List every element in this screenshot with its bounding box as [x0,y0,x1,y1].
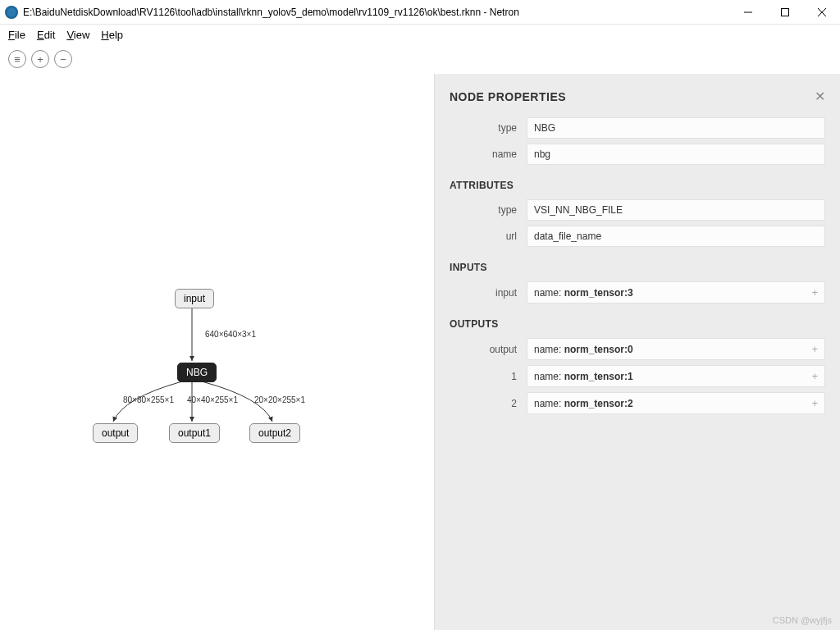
menu-file[interactable]: File [8,29,25,41]
out1-label: 1 [450,371,527,382]
graph-canvas[interactable]: input 640×640×3×1 NBG 80×80×255×1 40×40×… [0,74,434,630]
menu-view[interactable]: View [66,29,89,41]
node-nbg[interactable]: NBG [177,363,217,382]
attr-type-value[interactable]: VSI_NN_NBG_FILE [527,199,825,221]
zoom-in-button[interactable]: + [31,50,49,68]
section-attributes: ATTRIBUTES [450,180,825,191]
edge-label-o1: 40×40×255×1 [187,395,238,404]
list-button[interactable]: ≡ [8,50,26,68]
prop-name-value[interactable]: nbg [527,144,825,165]
node-output2[interactable]: output2 [249,423,300,443]
attr-url-value[interactable]: data_file_name [527,226,825,247]
menu-edit[interactable]: Edit [37,29,55,41]
out2-value[interactable]: name: norm_tensor:2+ [527,392,825,414]
node-output0[interactable]: output [93,423,138,443]
maximize-button[interactable] [766,0,803,25]
edge-label-input: 640×640×3×1 [205,330,256,339]
minimize-button[interactable] [729,0,766,25]
out0-value[interactable]: name: norm_tensor:0+ [527,338,825,360]
edge-label-o0: 80×80×255×1 [123,395,174,404]
menu-help[interactable]: Help [101,29,123,41]
expand-icon[interactable]: + [811,286,818,299]
properties-panel: NODE PROPERTIES ✕ type NBG name nbg ATTR… [434,74,840,630]
section-inputs: INPUTS [450,262,825,273]
toolbar: ≡ + − [0,44,840,74]
attr-type-label: type [450,204,527,216]
titlebar: E:\BaiduNetdiskDownload\RV1126\tool\adb\… [0,0,840,25]
watermark: CSDN @wyjfjs [773,615,832,625]
section-outputs: OUTPUTS [450,318,825,330]
out2-label: 2 [450,398,527,409]
panel-title: NODE PROPERTIES [450,90,566,103]
expand-icon[interactable]: + [811,397,818,409]
menu-bar: File Edit View Help [0,25,840,44]
close-panel-icon[interactable]: ✕ [815,89,825,104]
prop-type-label: type [450,122,527,134]
input-value[interactable]: name: norm_tensor:3+ [527,281,825,304]
prop-name-label: name [450,148,527,160]
close-button[interactable] [803,0,840,25]
input-label: input [450,287,527,299]
expand-icon[interactable]: + [811,370,818,382]
out1-value[interactable]: name: norm_tensor:1+ [527,365,825,387]
window-title: E:\BaiduNetdiskDownload\RV1126\tool\adb\… [23,7,729,18]
app-icon [5,6,18,19]
prop-type-value[interactable]: NBG [527,117,825,139]
svg-rect-1 [781,8,788,16]
attr-url-label: url [450,231,527,242]
expand-icon[interactable]: + [811,343,818,355]
node-output1[interactable]: output1 [169,423,220,443]
zoom-out-button[interactable]: − [54,50,72,68]
node-input[interactable]: input [175,289,214,308]
out0-label: output [450,344,527,355]
edge-label-o2: 20×20×255×1 [254,395,305,404]
